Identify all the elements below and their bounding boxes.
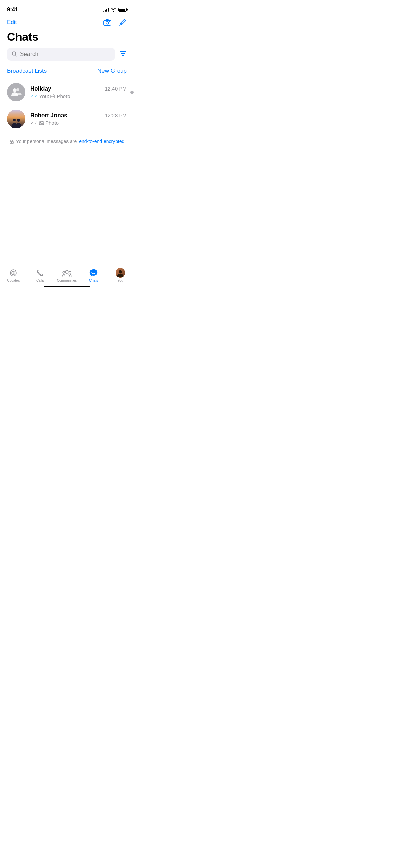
communities-icon xyxy=(62,268,72,278)
tab-item-you[interactable]: You xyxy=(107,268,134,282)
chat-name-robert: Robert Jonas xyxy=(30,112,68,119)
photo-icon-robert xyxy=(39,121,44,125)
preview-sender-holiday: You: xyxy=(39,93,49,99)
chat-preview-robert: ✓✓ Photo xyxy=(30,120,127,126)
avatar-holiday xyxy=(7,83,25,101)
action-row: Broadcast Lists New Group xyxy=(0,66,134,79)
you-avatar xyxy=(116,268,125,278)
tab-item-calls[interactable]: Calls xyxy=(27,268,53,282)
home-indicator xyxy=(44,286,90,287)
svg-rect-14 xyxy=(39,122,44,125)
calls-icon xyxy=(35,268,45,278)
search-input[interactable] xyxy=(20,51,110,58)
tab-label-chats: Chats xyxy=(89,279,98,282)
chat-time-robert: 12:28 PM xyxy=(105,112,127,118)
compose-button[interactable] xyxy=(119,18,127,26)
search-area xyxy=(0,48,134,66)
chat-item-robert[interactable]: Robert Jonas 12:28 PM ✓✓ Photo xyxy=(0,106,134,132)
svg-point-2 xyxy=(109,21,110,22)
tab-item-updates[interactable]: Updates xyxy=(0,268,27,282)
encryption-link[interactable]: end-to-end encrypted xyxy=(79,138,124,144)
signal-icon xyxy=(103,8,109,12)
tab-label-communities: Communities xyxy=(57,279,77,282)
svg-point-25 xyxy=(119,270,122,274)
search-bar[interactable] xyxy=(7,48,115,61)
svg-rect-9 xyxy=(51,95,55,98)
svg-point-17 xyxy=(11,142,12,143)
chat-preview-holiday: ✓✓ You: Photo xyxy=(30,93,127,99)
status-bar: 9:41 xyxy=(0,0,134,16)
chat-top-robert: Robert Jonas 12:28 PM xyxy=(30,112,127,119)
chat-time-holiday: 12:40 PM xyxy=(105,86,127,92)
camera-button[interactable] xyxy=(103,18,112,27)
battery-icon xyxy=(118,8,127,12)
header-right-icons xyxy=(103,18,127,27)
chat-content-holiday: Holiday 12:40 PM ✓✓ You: Photo xyxy=(30,85,127,99)
compose-icon xyxy=(119,18,127,26)
scroll-indicator xyxy=(130,91,134,94)
svg-point-13 xyxy=(17,119,20,122)
chat-item-holiday[interactable]: Holiday 12:40 PM ✓✓ You: Photo xyxy=(0,79,134,106)
svg-point-1 xyxy=(106,22,109,24)
camera-icon xyxy=(103,18,112,27)
chats-icon xyxy=(89,268,98,278)
tab-item-chats[interactable]: Chats xyxy=(80,268,107,282)
preview-msg-holiday: Photo xyxy=(57,93,70,99)
edit-button[interactable]: Edit xyxy=(7,19,17,26)
filter-icon[interactable] xyxy=(119,50,127,58)
wifi-icon xyxy=(111,8,116,12)
chat-top-holiday: Holiday 12:40 PM xyxy=(30,85,127,92)
svg-point-20 xyxy=(13,273,14,274)
tab-label-calls: Calls xyxy=(36,279,44,282)
read-receipt-icon-holiday: ✓✓ xyxy=(30,94,38,99)
status-icons xyxy=(103,8,127,12)
svg-point-22 xyxy=(63,271,65,273)
you-icon xyxy=(116,268,125,278)
chat-list: Holiday 12:40 PM ✓✓ You: Photo xyxy=(0,79,134,132)
chat-name-holiday: Holiday xyxy=(30,85,51,92)
svg-point-7 xyxy=(13,88,16,92)
lock-icon xyxy=(9,138,14,144)
svg-point-12 xyxy=(13,119,16,121)
tab-item-communities[interactable]: Communities xyxy=(53,268,80,282)
encryption-text: Your personal messages are xyxy=(16,138,77,144)
updates-icon xyxy=(9,268,18,278)
search-icon xyxy=(12,51,17,58)
broadcast-lists-button[interactable]: Broadcast Lists xyxy=(7,68,47,74)
tab-label-you: You xyxy=(118,279,123,282)
header-actions: Edit xyxy=(0,16,134,29)
chat-content-robert: Robert Jonas 12:28 PM ✓✓ Photo xyxy=(30,112,127,126)
svg-point-21 xyxy=(65,270,68,273)
svg-point-8 xyxy=(16,88,19,91)
photo-icon-holiday xyxy=(50,94,55,99)
page-title: Chats xyxy=(0,29,134,48)
status-time: 9:41 xyxy=(7,6,18,13)
avatar-robert xyxy=(7,110,25,128)
preview-msg-robert: Photo xyxy=(45,120,59,126)
encryption-notice: Your personal messages are end-to-end en… xyxy=(0,132,134,150)
new-group-button[interactable]: New Group xyxy=(97,68,127,74)
read-receipt-icon-robert: ✓✓ xyxy=(30,120,38,125)
tab-label-updates: Updates xyxy=(7,279,20,282)
svg-point-23 xyxy=(69,271,71,273)
